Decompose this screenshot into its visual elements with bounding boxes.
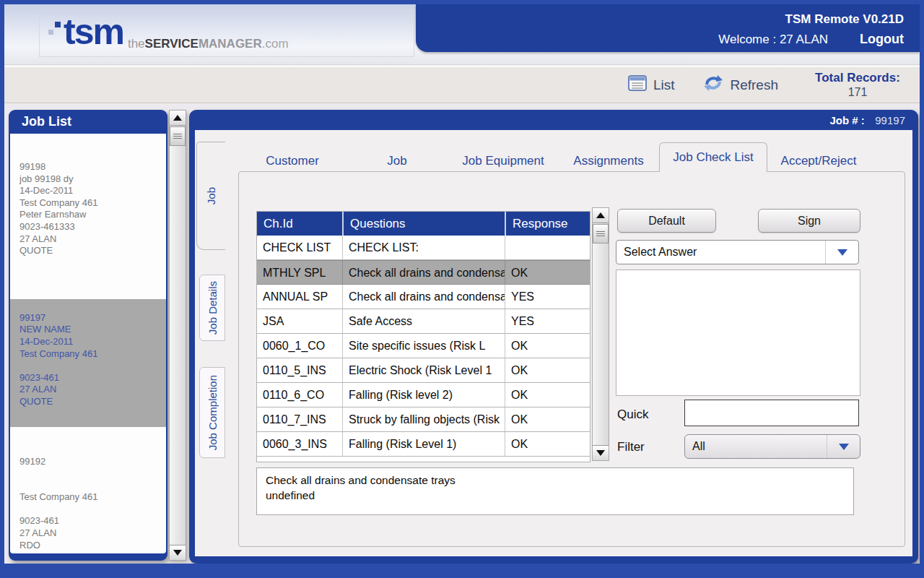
scroll-up-icon[interactable]: [593, 208, 609, 223]
answer-notes-box[interactable]: [616, 269, 860, 396]
sign-button[interactable]: Sign: [758, 209, 860, 233]
job-panel-body: Job Job Details Job Completion Customer …: [195, 130, 912, 556]
job-number-label: Job # :: [829, 114, 864, 126]
checklist-cell: Check all drains and condensate trays: [342, 261, 505, 284]
chevron-down-icon[interactable]: [827, 435, 860, 458]
job-list-item-line: 14-Dec-2011: [19, 185, 166, 197]
logo-domain-service: SERVICE: [145, 37, 199, 51]
logo-domain-manager: MANAGER: [199, 37, 262, 51]
job-list-title: Job List: [10, 110, 166, 134]
checklist-cell: Falling (Risk Level 1): [342, 432, 505, 456]
tab-accept-reject[interactable]: Accept/Reject: [768, 152, 869, 171]
checklist-cell: OK: [505, 334, 588, 358]
job-list-item-line: job 99198 dy: [19, 173, 166, 186]
job-list-item-line: 9023-461: [19, 372, 166, 384]
job-list-item[interactable]: 99192 Test Company 461 9023-46127 ALANRD…: [10, 456, 166, 552]
job-list-body: 99198job 99198 dy14-Dec-2011Test Company…: [10, 134, 166, 553]
vtab-job[interactable]: Job: [196, 142, 225, 250]
job-list-item-line: [19, 360, 166, 372]
scroll-down-icon[interactable]: [170, 545, 186, 560]
question-detail-line2: undefined: [266, 488, 845, 503]
column-header-response[interactable]: Response: [505, 212, 588, 236]
checklist-row[interactable]: MTHLY SPLCheck all drains and condensate…: [257, 260, 590, 285]
checklist-cell: Electric Shock (Risk Level 1: [342, 358, 505, 382]
checklist-row[interactable]: 0060_1_COSite specific issues (Risk LOK: [257, 334, 590, 358]
refresh-icon: [703, 74, 723, 96]
checklist-scrollbar[interactable]: [592, 207, 609, 461]
total-records: Total Records: 171: [803, 71, 912, 100]
job-list-panel: Job List 99198job 99198 dy14-Dec-2011Tes…: [9, 110, 167, 561]
tab-assignments[interactable]: Assignments: [565, 152, 652, 171]
list-button[interactable]: List: [628, 75, 675, 95]
scrollbar-thumb[interactable]: [170, 126, 186, 146]
job-list-item-line: Test Company 461: [19, 348, 166, 361]
checklist-row[interactable]: 0110_7_INSStruck by falling objects (Ris…: [257, 407, 590, 432]
quick-input[interactable]: [684, 400, 859, 426]
job-list-item[interactable]: 99197NEW NAME14-Dec-2011Test Company 461…: [10, 299, 166, 427]
job-list-item-line: RDO: [19, 540, 166, 552]
scroll-down-icon[interactable]: [593, 445, 609, 460]
job-list-item-line: 99192: [19, 456, 166, 468]
job-list-item-line: 27 ALAN: [19, 527, 166, 540]
filter-dropdown[interactable]: All: [684, 434, 860, 459]
checklist-cell: Check all drains and condensate trays: [342, 285, 505, 309]
job-list-scrollbar[interactable]: [169, 110, 186, 561]
checklist-cell: Struck by falling objects (Risk: [342, 407, 505, 431]
checklist-cell: MTHLY SPL: [257, 261, 342, 284]
job-list-item-line: QUOTE: [19, 245, 166, 257]
checklist-row[interactable]: ANNUAL SPCheck all drains and condensate…: [257, 285, 590, 309]
tab-job[interactable]: Job: [368, 152, 426, 171]
tab-job-equipment[interactable]: Job Equipment: [449, 152, 557, 171]
select-answer-dropdown[interactable]: Select Answer: [616, 240, 859, 264]
vtab-job-completion[interactable]: Job Completion: [199, 367, 225, 458]
chevron-down-icon[interactable]: [825, 241, 858, 264]
checklist-cell: JSA: [257, 309, 342, 333]
scroll-up-icon[interactable]: [170, 111, 186, 126]
logo-dot-icon: [48, 30, 53, 35]
checklist-cell: Falling (Risk level 2): [342, 383, 505, 407]
checklist-cell: 0110_7_INS: [257, 407, 342, 431]
job-list-item-line: [19, 504, 166, 516]
refresh-button[interactable]: Refresh: [703, 74, 778, 96]
job-list-item[interactable]: 99198job 99198 dy14-Dec-2011Test Company…: [10, 134, 166, 257]
tsm-logo: tsmtheSERVICEMANAGER.com: [55, 10, 289, 55]
job-list-item-line: QUOTE: [19, 396, 166, 408]
job-detail-panel: Job # : 99197 Job Job Details Job Comple…: [189, 110, 918, 564]
job-list-item-line: 9023-461: [19, 515, 166, 527]
job-number-value: 99197: [875, 114, 905, 126]
checklist-row[interactable]: CHECK LISTCHECK LIST:: [257, 236, 590, 260]
job-list-item-line: 9023-461333: [19, 221, 166, 233]
tab-customer[interactable]: Customer: [256, 152, 328, 171]
job-list-item-line: Peter Earnshaw: [19, 209, 166, 221]
column-header-questions[interactable]: Questions: [342, 212, 505, 236]
select-answer-value: Select Answer: [624, 241, 697, 264]
logo-domain-the: the: [128, 37, 145, 51]
logo-mark: tsm: [55, 10, 123, 53]
job-list-item-line: 99198: [19, 161, 166, 173]
checklist-row[interactable]: 0110_5_INSElectric Shock (Risk Level 1OK: [257, 358, 590, 383]
filter-value: All: [692, 435, 705, 458]
job-list-item-line: 27 ALAN: [19, 233, 166, 246]
list-icon: [628, 75, 647, 95]
checklist-cell: ANNUAL SP: [257, 285, 342, 309]
checklist-row[interactable]: 0110_6_COFalling (Risk level 2)OK: [257, 383, 590, 407]
checklist-cell: YES: [505, 285, 588, 309]
checklist-table-body: CHECK LISTCHECK LIST:MTHLY SPLCheck all …: [257, 236, 590, 457]
default-button[interactable]: Default: [617, 209, 716, 233]
column-header-chid[interactable]: Ch.Id: [257, 212, 342, 236]
list-button-label: List: [653, 77, 675, 93]
checklist-cell: OK: [505, 358, 588, 382]
checklist-row[interactable]: 0060_3_INSFalling (Risk Level 1)OK: [257, 432, 590, 457]
checklist-cell: 0060_3_INS: [257, 432, 342, 456]
app-header-panel: TSM Remote V0.21D Welcome : 27 ALANLogou…: [416, 4, 920, 52]
tab-job-check-list[interactable]: Job Check List: [659, 142, 767, 172]
logout-button[interactable]: Logout: [860, 32, 904, 46]
job-list-item-line: [19, 467, 166, 480]
checklist-cell: OK: [505, 407, 588, 431]
checklist-cell: OK: [505, 261, 588, 284]
vtab-job-details[interactable]: Job Details: [199, 275, 225, 341]
scrollbar-thumb[interactable]: [593, 224, 609, 243]
checklist-row[interactable]: JSASafe AccessYES: [257, 309, 590, 334]
job-list-item-line: NEW NAME: [19, 324, 166, 336]
checklist-cell: 0110_5_INS: [257, 358, 342, 382]
